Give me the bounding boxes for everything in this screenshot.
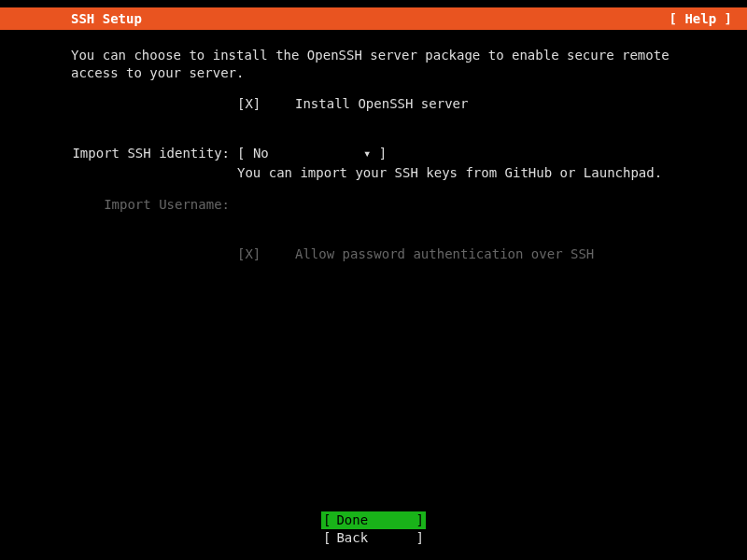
- import-username-label: Import Username:: [71, 196, 237, 214]
- import-username-row: Import Username:: [71, 196, 676, 214]
- import-identity-label: Import SSH identity:: [71, 145, 237, 162]
- header-bar: SSH Setup [ Help ]: [0, 7, 747, 30]
- help-button[interactable]: [ Help ]: [669, 10, 732, 28]
- header-title: SSH Setup: [71, 10, 142, 28]
- import-identity-value: No: [253, 146, 269, 161]
- import-identity-dropdown[interactable]: [ No ▾ ]: [237, 145, 387, 162]
- allow-password-label: Allow password authentication over SSH: [295, 246, 594, 261]
- install-openssh-label: Install OpenSSH server: [295, 96, 468, 111]
- done-button[interactable]: [ Done ]: [321, 511, 426, 529]
- import-identity-hint-row: You can import your SSH keys from GitHub…: [71, 164, 676, 182]
- import-username-input: [237, 196, 676, 214]
- footer: [ Done ] [ Back ]: [0, 511, 747, 547]
- import-identity-row: Import SSH identity: [ No ▾ ]: [71, 145, 676, 162]
- allow-password-row: [X]Allow password authentication over SS…: [71, 245, 676, 263]
- install-openssh-row: [X]Install OpenSSH server: [71, 95, 676, 113]
- description-text: You can choose to install the OpenSSH se…: [71, 47, 676, 82]
- allow-password-checkbox: [X]: [237, 245, 295, 263]
- main-content: You can choose to install the OpenSSH se…: [0, 30, 747, 263]
- import-identity-hint: You can import your SSH keys from GitHub…: [237, 164, 676, 182]
- install-openssh-checkbox[interactable]: [X]: [237, 95, 295, 113]
- chevron-down-icon: ▾: [363, 145, 371, 162]
- back-button[interactable]: [ Back ]: [321, 529, 426, 547]
